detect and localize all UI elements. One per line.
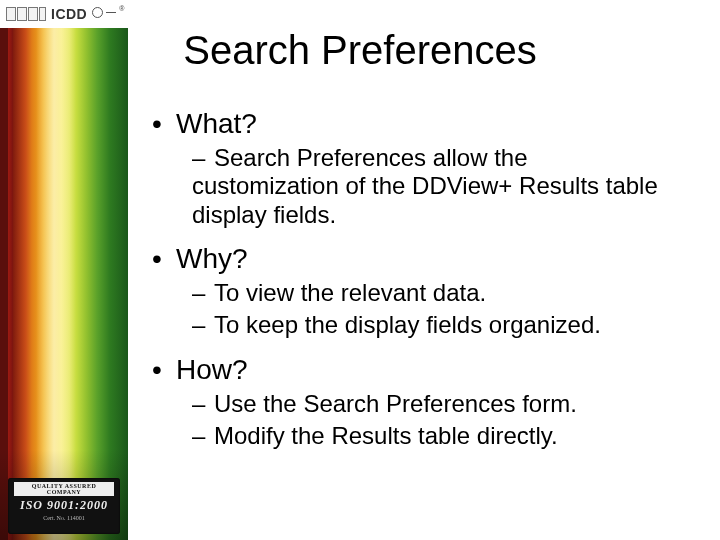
- dash-icon: –: [192, 144, 214, 172]
- heading-why: •Why?: [152, 243, 680, 275]
- bullet-icon: •: [152, 243, 176, 275]
- logo-dash-icon: [106, 12, 116, 13]
- heading-what-text: What?: [176, 108, 257, 139]
- why-item-1: –To view the relevant data.: [192, 279, 680, 307]
- how-item-1-text: Use the Search Preferences form.: [214, 390, 577, 417]
- logo: ICDD ®: [6, 6, 124, 22]
- badge-cert-number: Cert. No. 114001: [8, 515, 120, 521]
- logo-boxes: [6, 7, 46, 21]
- why-item-1-text: To view the relevant data.: [214, 279, 486, 306]
- registered-icon: ®: [119, 5, 124, 12]
- bullet-icon: •: [152, 354, 176, 386]
- slide: ICDD ® QUALITY ASSURED COMPANY ISO 9001:…: [0, 0, 720, 540]
- how-item-2-text: Modify the Results table directly.: [214, 422, 558, 449]
- bullet-icon: •: [152, 108, 176, 140]
- logo-box-icon: [28, 7, 38, 21]
- logo-box-icon: [6, 7, 16, 21]
- slide-title: Search Preferences: [0, 28, 720, 73]
- dash-icon: –: [192, 279, 214, 307]
- dash-icon: –: [192, 390, 214, 418]
- badge-iso-line: ISO 9001:2000: [8, 498, 120, 512]
- logo-circle-icon: [92, 7, 103, 18]
- logo-box-icon: [17, 7, 27, 21]
- dash-icon: –: [192, 422, 214, 450]
- heading-why-text: Why?: [176, 243, 248, 274]
- logo-text: ICDD: [51, 6, 87, 22]
- heading-how: •How?: [152, 354, 680, 386]
- logo-box-icon: [39, 7, 46, 21]
- how-item-2: –Modify the Results table directly.: [192, 422, 680, 450]
- why-item-2-text: To keep the display fields organized.: [214, 311, 601, 338]
- what-item-1-text: Search Preferences allow the customizati…: [192, 144, 658, 228]
- heading-what: •What?: [152, 108, 680, 140]
- iso-badge: QUALITY ASSURED COMPANY ISO 9001:2000 Ce…: [8, 478, 120, 534]
- what-item-1: –Search Preferences allow the customizat…: [192, 144, 680, 229]
- heading-how-text: How?: [176, 354, 248, 385]
- why-item-2: –To keep the display fields organized.: [192, 311, 680, 339]
- dash-icon: –: [192, 311, 214, 339]
- badge-header: QUALITY ASSURED COMPANY: [14, 482, 114, 496]
- how-item-1: –Use the Search Preferences form.: [192, 390, 680, 418]
- side-gradient-stripe: [0, 28, 128, 540]
- slide-body: •What? –Search Preferences allow the cus…: [152, 108, 680, 450]
